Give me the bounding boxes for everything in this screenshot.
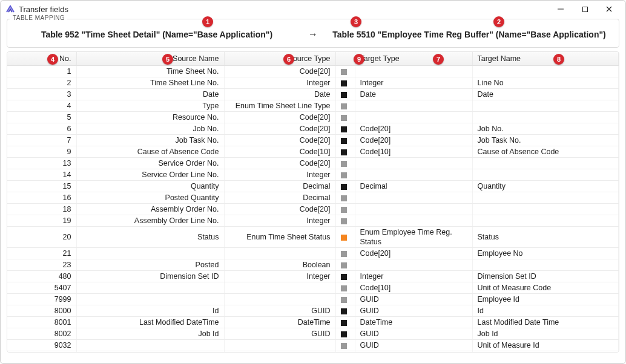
cell-source-type[interactable]: Code[20]: [224, 204, 335, 215]
col-target-name[interactable]: Target Name: [472, 52, 619, 66]
cell-no[interactable]: 4: [7, 100, 76, 112]
cell-match[interactable]: [335, 123, 355, 135]
cell-target-name[interactable]: Job Task No.: [472, 135, 619, 146]
cell-target-name[interactable]: [472, 215, 619, 227]
cell-no[interactable]: 23: [7, 259, 76, 271]
cell-target-type[interactable]: [355, 158, 472, 169]
cell-source-type[interactable]: Code[20]: [224, 135, 335, 146]
table-row[interactable]: 2Time Sheet Line No.IntegerIntegerLine N…: [7, 77, 619, 89]
cell-source-name[interactable]: Quantity: [76, 181, 224, 192]
cell-match[interactable]: [335, 317, 355, 328]
cell-target-type[interactable]: [355, 100, 472, 112]
cell-target-type[interactable]: Integer: [355, 77, 472, 89]
cell-match[interactable]: [335, 66, 355, 77]
cell-target-type[interactable]: Code[20]: [355, 123, 472, 135]
close-button[interactable]: [598, 3, 621, 15]
cell-target-type[interactable]: Code[20]: [355, 135, 472, 146]
cell-match[interactable]: [335, 135, 355, 146]
table-row[interactable]: 480Dimension Set IDIntegerIntegerDimensi…: [7, 271, 619, 282]
cell-match[interactable]: [335, 89, 355, 100]
table-row[interactable]: 6Job No.Code[20]Code[20]Job No.: [7, 123, 619, 135]
cell-source-type[interactable]: GUID: [224, 328, 335, 340]
table-row[interactable]: 9Cause of Absence CodeCode[10]Code[10]Ca…: [7, 146, 619, 158]
cell-source-type[interactable]: Integer: [224, 169, 335, 181]
cell-match[interactable]: [335, 169, 355, 181]
cell-match[interactable]: [335, 328, 355, 340]
cell-target-type[interactable]: GUID: [355, 305, 472, 317]
cell-match[interactable]: [335, 305, 355, 317]
cell-source-name[interactable]: Service Order No.: [76, 158, 224, 169]
cell-source-type[interactable]: Integer: [224, 77, 335, 89]
cell-match[interactable]: [335, 158, 355, 169]
cell-no[interactable]: 6: [7, 123, 76, 135]
cell-no[interactable]: 19: [7, 215, 76, 227]
cell-target-name[interactable]: Employee Id: [472, 294, 619, 305]
cell-source-type[interactable]: Decimal: [224, 192, 335, 204]
cell-match[interactable]: [335, 294, 355, 305]
table-row[interactable]: 14Service Order Line No.Integer: [7, 169, 619, 181]
cell-no[interactable]: 13: [7, 158, 76, 169]
cell-source-name[interactable]: Status: [76, 227, 224, 248]
cell-match[interactable]: [335, 112, 355, 123]
cell-target-type[interactable]: Code[10]: [355, 146, 472, 158]
cell-source-name[interactable]: Date: [76, 89, 224, 100]
header-row[interactable]: No. Source Name Source Type Target Type …: [7, 52, 619, 66]
cell-source-name[interactable]: Id: [76, 305, 224, 317]
cell-source-type[interactable]: GUID: [224, 305, 335, 317]
cell-target-type[interactable]: [355, 204, 472, 215]
cell-target-name[interactable]: [472, 204, 619, 215]
cell-target-type[interactable]: [355, 66, 472, 77]
table-row[interactable]: 13Service Order No.Code[20]: [7, 158, 619, 169]
cell-source-name[interactable]: Dimension Set ID: [76, 271, 224, 282]
table-row[interactable]: 21Code[20]Employee No: [7, 248, 619, 259]
cell-source-name[interactable]: [76, 282, 224, 294]
cell-target-name[interactable]: Quantity: [472, 181, 619, 192]
fields-grid[interactable]: 4 5 6 9 7 8 No. Source Name Source Type …: [7, 51, 619, 353]
cell-target-type[interactable]: Code[10]: [355, 282, 472, 294]
cell-target-name[interactable]: Cause of Absence Code: [472, 146, 619, 158]
cell-no[interactable]: 18: [7, 204, 76, 215]
cell-match[interactable]: [335, 146, 355, 158]
table-row[interactable]: 19Assembly Order Line No.Integer: [7, 215, 619, 227]
cell-target-type[interactable]: GUID: [355, 328, 472, 340]
table-row[interactable]: 16Posted QuantityDecimal: [7, 192, 619, 204]
cell-no[interactable]: 8000: [7, 305, 76, 317]
table-row[interactable]: 8000IdGUIDGUIDId: [7, 305, 619, 317]
cell-no[interactable]: 20: [7, 227, 76, 248]
cell-source-type[interactable]: Enum Time Sheet Status: [224, 227, 335, 248]
cell-no[interactable]: 16: [7, 192, 76, 204]
cell-match[interactable]: [335, 100, 355, 112]
cell-source-name[interactable]: Time Sheet No.: [76, 66, 224, 77]
cell-target-type[interactable]: GUID: [355, 294, 472, 305]
col-no[interactable]: No.: [7, 52, 76, 66]
cell-source-type[interactable]: Code[10]: [224, 146, 335, 158]
cell-source-type[interactable]: Decimal: [224, 181, 335, 192]
cell-no[interactable]: 9032: [7, 340, 76, 351]
cell-source-name[interactable]: Last Modified DateTime: [76, 317, 224, 328]
cell-no[interactable]: 9: [7, 146, 76, 158]
table-row[interactable]: 5407Code[10]Unit of Measure Code: [7, 282, 619, 294]
cell-target-name[interactable]: [472, 158, 619, 169]
cell-target-name[interactable]: Job Id: [472, 328, 619, 340]
cell-source-name[interactable]: Time Sheet Line No.: [76, 77, 224, 89]
cell-match[interactable]: [335, 259, 355, 271]
table-row[interactable]: 15QuantityDecimalDecimalQuantity: [7, 181, 619, 192]
cell-source-type[interactable]: [224, 248, 335, 259]
cell-no[interactable]: 2: [7, 77, 76, 89]
cell-source-name[interactable]: Job No.: [76, 123, 224, 135]
cell-source-name[interactable]: Resource No.: [76, 112, 224, 123]
cell-no[interactable]: 5407: [7, 282, 76, 294]
cell-source-name[interactable]: [76, 340, 224, 351]
cell-source-type[interactable]: Enum Time Sheet Line Type: [224, 100, 335, 112]
cell-target-name[interactable]: Line No: [472, 77, 619, 89]
cell-match[interactable]: [335, 204, 355, 215]
cell-no[interactable]: 1: [7, 66, 76, 77]
cell-target-type[interactable]: [355, 112, 472, 123]
table-row[interactable]: 20StatusEnum Time Sheet StatusEnum Emplo…: [7, 227, 619, 248]
table-row[interactable]: 7999GUIDEmployee Id: [7, 294, 619, 305]
cell-target-name[interactable]: Id: [472, 305, 619, 317]
cell-no[interactable]: 8002: [7, 328, 76, 340]
cell-target-name[interactable]: Job No.: [472, 123, 619, 135]
cell-target-name[interactable]: Unit of Measure Code: [472, 282, 619, 294]
cell-no[interactable]: 5: [7, 112, 76, 123]
